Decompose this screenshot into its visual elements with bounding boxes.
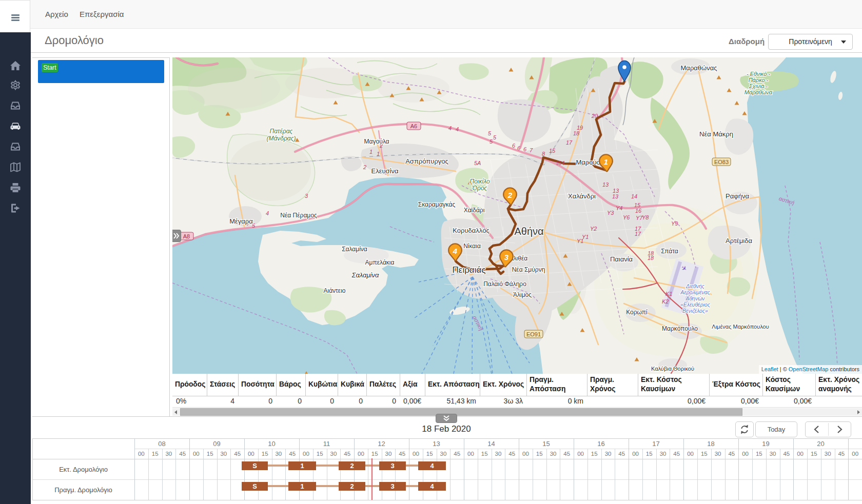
svg-text:4: 4 (453, 247, 458, 255)
svg-text:EO83: EO83 (714, 159, 729, 165)
svg-text:Α8: Α8 (183, 233, 190, 239)
svg-text:Νέα Μάκρη: Νέα Μάκρη (699, 130, 733, 138)
svg-text:2: 2 (363, 164, 366, 170)
svg-text:7: 7 (530, 147, 533, 153)
svg-text:K1: K1 (665, 291, 672, 297)
svg-text:3: 3 (504, 253, 509, 261)
svg-text:13: 13 (602, 182, 609, 188)
svg-text:8: 8 (542, 151, 545, 157)
svg-text:Αρτέμιδα: Αρτέμιδα (726, 237, 752, 245)
svg-text:Πειραιάς: Πειραιάς (453, 265, 486, 275)
svg-text:Παιανία: Παιανία (610, 255, 633, 263)
svg-text:Νέα Σμύρνη: Νέα Σμύρνη (512, 266, 545, 273)
svg-text:Y1: Y1 (577, 238, 583, 244)
svg-text:Μέγαρα: Μέγαρα (229, 217, 253, 225)
svg-text:Ραφήνα: Ραφήνα (726, 192, 749, 200)
svg-text:Άλιμος: Άλιμος (513, 291, 532, 298)
svg-text:Καλύβια Θορικού: Καλύβια Θορικού (651, 366, 694, 372)
svg-text:K2: K2 (662, 298, 669, 305)
svg-text:Y6: Y6 (623, 214, 630, 220)
svg-text:15: 15 (549, 148, 556, 154)
svg-text:16: 16 (635, 208, 642, 214)
svg-text:Αμπελάκια: Αμπελάκια (365, 259, 395, 266)
svg-text:5: 5 (489, 138, 493, 145)
svg-text:4: 4 (448, 125, 452, 131)
svg-text:6: 6 (512, 143, 516, 149)
svg-text:Α6: Α6 (410, 123, 417, 129)
svg-text:Ασπρόπυργος: Ασπρόπυργος (405, 157, 448, 165)
svg-text:Παλαιό Φάληρο: Παλαιό Φάληρο (483, 280, 526, 288)
svg-text:Y9: Y9 (671, 220, 678, 227)
svg-text:18: 18 (573, 130, 580, 136)
svg-text:Νέα Πέραμος: Νέα Πέραμος (280, 212, 317, 219)
svg-text:Μαρούσι: Μαρούσι (576, 158, 602, 166)
svg-text:Σαλαμίνα: Σαλαμίνα (342, 246, 367, 253)
svg-text:Ελευσίνα: Ελευσίνα (371, 167, 398, 175)
svg-text:EO91: EO91 (526, 331, 541, 337)
svg-text:Μαρκόπουλο: Μαρκόπουλο (662, 325, 698, 332)
svg-text:Αθήνα: Αθήνα (514, 226, 543, 237)
svg-text:1: 1 (369, 149, 373, 155)
svg-text:17: 17 (635, 231, 641, 237)
svg-text:τ64: τ64 (556, 160, 564, 166)
svg-text:Y8: Y8 (642, 214, 649, 220)
svg-text:Αιάντειο: Αιάντειο (323, 287, 345, 294)
svg-text:ΠοικίλοΌρος: ΠοικίλοΌρος (469, 178, 489, 192)
svg-text:2: 2 (507, 191, 513, 199)
svg-text:13: 13 (612, 193, 619, 199)
svg-text:5: 5 (488, 130, 492, 136)
svg-text:Κορωπί: Κορωπί (626, 309, 648, 316)
svg-text:6: 6 (517, 145, 521, 151)
svg-text:Λιμένας Μαρκόπουλου: Λιμένας Μαρκόπουλου (712, 324, 769, 330)
svg-text:5: 5 (493, 134, 497, 140)
svg-text:Χαϊδάρι: Χαϊδάρι (464, 207, 485, 214)
svg-text:17: 17 (566, 139, 573, 146)
svg-text:Μαγούλα: Μαγούλα (364, 138, 389, 145)
svg-text:Κορυδαλλός: Κορυδαλλός (453, 227, 489, 234)
svg-text:14: 14 (631, 193, 637, 199)
svg-text:6: 6 (523, 146, 527, 152)
svg-text:Y4: Y4 (616, 205, 622, 211)
svg-text:Σαλαμίνα: Σαλαμίνα (351, 271, 379, 279)
svg-text:1: 1 (377, 151, 380, 157)
svg-text:Y3: Y3 (607, 210, 614, 216)
svg-text:3: 3 (305, 193, 308, 199)
svg-text:18: 18 (648, 255, 654, 261)
svg-text:Σκαραμαγκάς: Σκαραμαγκάς (418, 201, 456, 208)
svg-text:Μαραθώνας: Μαραθώνας (681, 64, 717, 72)
svg-text:Σπάτα: Σπάτα (661, 248, 678, 255)
svg-text:Πατέρας(Μάνδρας): Πατέρας(Μάνδρας) (266, 128, 296, 142)
svg-text:5A: 5A (474, 160, 481, 166)
svg-text:Νίκαια: Νίκαια (463, 243, 481, 250)
svg-text:4: 4 (456, 126, 459, 132)
svg-text:20: 20 (591, 113, 598, 119)
svg-text:Y2: Y2 (590, 226, 597, 232)
svg-text:4: 4 (266, 210, 269, 216)
svg-text:Χαλάνδρι: Χαλάνδρι (568, 192, 596, 200)
svg-text:1: 1 (604, 157, 608, 166)
